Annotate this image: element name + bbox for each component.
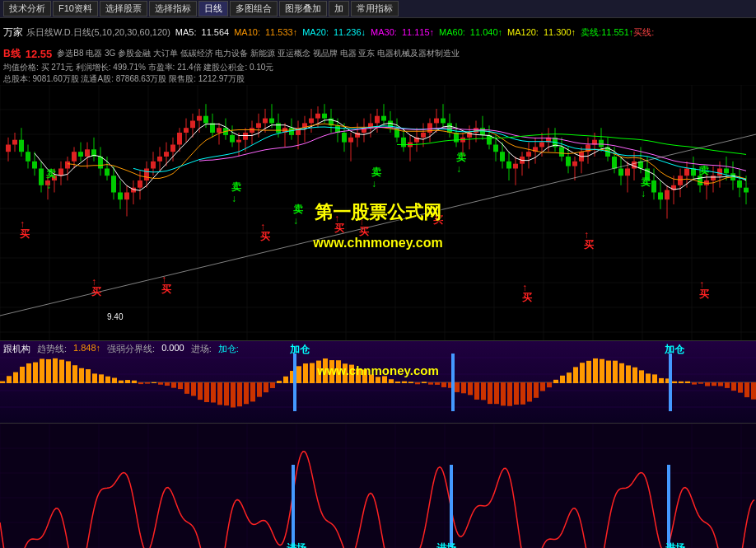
btn-overlay[interactable]: 图形叠加	[279, 1, 327, 16]
ma30-val: 11.115↑	[402, 27, 434, 37]
stock-detail1: 参选B8 电器 3G 参股金融 大订单 低碳经济 电力设备 新能源 亚运概念 视…	[57, 48, 460, 59]
ma10-val: 11.533↑	[265, 27, 297, 37]
info-bar: 万家 乐日线 W.D.日线(5,10,20,30,60,120) MA5: 11…	[0, 18, 756, 46]
buy-label: 买线:	[633, 26, 654, 39]
btn-multi-chart[interactable]: 多图组合	[230, 1, 278, 16]
toolbar: 技术分析 F10资料 选择股票 选择指标 日线 多图组合 图形叠加 加 常用指标	[0, 0, 756, 18]
ma10-label: MA10:	[234, 27, 260, 37]
sell-val: 11.551↑	[601, 27, 633, 37]
btn-select-stock[interactable]: 选择股票	[100, 1, 147, 16]
btn-select-indicator[interactable]: 选择指标	[149, 1, 197, 16]
ma5-val: 11.564	[202, 27, 230, 37]
mid-chart-canvas[interactable]	[0, 341, 756, 424]
bottom-panel: 进场 进场 进场	[0, 423, 756, 548]
mid-panel: 跟机构 趋势线: 1.848↑ 强弱分界线: 0.000 进场: 加仓: 加仓 …	[0, 340, 756, 423]
ma120-val: 11.300↑	[544, 27, 576, 37]
stock-timeframe: W.D.日线(5,10,20,30,60,120)	[54, 26, 170, 39]
main-chart-canvas[interactable]	[0, 85, 756, 340]
ma20-val: 11.236↓	[334, 27, 366, 37]
btn-daily[interactable]: 日线	[198, 1, 228, 16]
stock-detail2: 均值价格: 买 271元 利润增长: 499.71% 市盈率: 21.4倍 建股…	[3, 62, 273, 73]
btn-common-indicators[interactable]: 常用指标	[351, 1, 399, 16]
ma60-label: MA60:	[439, 27, 465, 37]
stock-name: 万家	[3, 26, 23, 40]
info-bar-3: 均值价格: 买 271元 利润增长: 499.71% 市盈率: 21.4倍 建股…	[0, 61, 756, 73]
info-bar-2: B线 12.55 参选B8 电器 3G 参股金融 大订单 低碳经济 电力设备 新…	[0, 46, 756, 61]
bottom-chart-canvas[interactable]	[0, 424, 756, 548]
ma60-val: 11.040↑	[470, 27, 502, 37]
btn-tech-analysis[interactable]: 技术分析	[3, 1, 51, 16]
ma120-label: MA120:	[507, 27, 539, 37]
info-bar-4: 总股本: 9081.60万股 流通A股: 87868.63万股 限售股: 121…	[0, 73, 756, 85]
b-line: B线	[3, 47, 21, 61]
price-current: 12.55	[26, 48, 53, 60]
btn-f10[interactable]: F10资料	[53, 1, 98, 16]
sell-label: 卖线:	[581, 26, 601, 39]
ma20-label: MA20:	[302, 27, 329, 37]
btn-add[interactable]: 加	[329, 1, 349, 16]
ma5-label: MA5:	[175, 27, 197, 37]
ma30-label: MA30:	[371, 27, 397, 37]
stock-type: 乐日线	[26, 26, 54, 39]
stock-detail3: 总股本: 9081.60万股 流通A股: 87868.63万股 限售股: 121…	[3, 73, 245, 85]
main-chart: 第一股票公式网 www.chnmoney.com	[0, 85, 756, 340]
